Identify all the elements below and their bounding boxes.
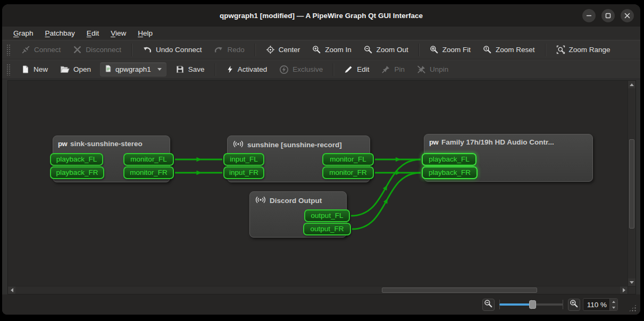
zoom-slider[interactable] — [499, 299, 563, 310]
zoom-range-button[interactable]: Zoom Range — [551, 43, 616, 57]
open-folder-icon — [60, 65, 70, 74]
pin-button[interactable]: Pin — [376, 62, 410, 77]
toolbar-separator — [255, 44, 256, 56]
zoom-spinbox[interactable]: 110 % — [583, 298, 618, 311]
minimize-icon — [586, 13, 592, 19]
horizontal-scrollbar[interactable] — [8, 286, 628, 294]
zoom-value: 110 % — [583, 301, 609, 309]
toolbar-button-label: Zoom Fit — [442, 46, 471, 54]
toolbar-button-label: Connect — [34, 46, 61, 54]
vertical-scroll-thumb[interactable] — [629, 139, 634, 229]
connection-arrow-icon — [396, 171, 401, 175]
scroll-left-button[interactable] — [8, 286, 15, 294]
toolbar-drag-handle[interactable] — [6, 64, 11, 75]
port-playback_FR-in[interactable]: playback_FR — [50, 166, 104, 179]
window-title: qpwgraph1 [modified] — A PipeWire Graph … — [220, 12, 423, 20]
port-monitor_FR-out[interactable]: monitor_FR — [123, 166, 174, 179]
unpin-button[interactable]: Unpin — [412, 62, 454, 77]
open-button[interactable]: Open — [55, 62, 96, 77]
spinner — [609, 299, 617, 310]
port-playback_FL-in[interactable]: playback_FL — [422, 153, 476, 166]
horizontal-scroll-thumb[interactable] — [382, 288, 537, 293]
port-input_FL-in[interactable]: input_FL — [223, 153, 264, 166]
vertical-scrollbar[interactable] — [628, 81, 635, 286]
arrow-left-icon — [11, 288, 13, 292]
toolbar-button-label: Activated — [238, 65, 267, 73]
exclusive-button[interactable]: Exclusive — [274, 62, 328, 77]
slider-handle[interactable] — [529, 300, 536, 309]
toolbar-button-label: Zoom Out — [377, 46, 408, 54]
node-title: pwFamily 17h/19h HD Audio Contr... — [424, 134, 592, 146]
zoom-in-button[interactable]: Zoom In — [307, 43, 357, 57]
toolbar-button-label: Zoom Reset — [496, 46, 535, 54]
minimize-button[interactable] — [582, 9, 596, 22]
toolbar-button-label: Undo Connect — [156, 46, 202, 54]
zoom-in-icon — [570, 299, 579, 310]
node-title: sunshine [sunshine-record] — [228, 136, 370, 150]
port-monitor_FR-out[interactable]: monitor_FR — [322, 166, 374, 179]
close-button[interactable] — [621, 9, 634, 22]
scroll-up-button[interactable] — [628, 81, 635, 88]
port-output_FL-out[interactable]: output_FL — [304, 209, 350, 222]
graph-toolbar: ConnectDisconnectUndo ConnectRedoCenterZ… — [2, 40, 640, 60]
port-input_FR-in[interactable]: input_FR — [223, 166, 264, 179]
resize-grip[interactable] — [629, 304, 637, 312]
undo-connect-button[interactable]: Undo Connect — [137, 43, 207, 57]
titlebar[interactable]: qpwgraph1 [modified] — A PipeWire Graph … — [2, 4, 640, 27]
toolbar-button-label: Save — [188, 65, 205, 73]
scroll-right-button[interactable] — [620, 286, 628, 294]
port-playback_FR-in[interactable]: playback_FR — [422, 166, 478, 179]
center-icon — [266, 45, 275, 54]
menubar: GraphPatchbayEditViewHelp — [2, 27, 640, 40]
toolbar-button-label: Open — [73, 65, 91, 73]
zoom-in-button[interactable] — [568, 299, 580, 311]
toolbar-button-label: Center — [279, 46, 300, 54]
scroll-down-button[interactable] — [628, 278, 635, 286]
save-button[interactable]: Save — [170, 62, 210, 77]
spin-down-button[interactable] — [610, 305, 617, 310]
disconnect-button[interactable]: Disconnect — [68, 43, 127, 57]
menu-edit[interactable]: Edit — [82, 28, 104, 38]
port-playback_FL-in[interactable]: playback_FL — [50, 153, 103, 166]
toolbar-separator — [333, 63, 334, 76]
pipewire-icon: pw — [429, 138, 438, 146]
arrow-up-icon — [630, 83, 634, 86]
port-output_FR-out[interactable]: output_FR — [303, 223, 351, 235]
statusbar: 110 % — [2, 294, 640, 315]
activated-button[interactable]: Activated — [221, 62, 273, 77]
toolbar-drag-handle[interactable] — [6, 44, 11, 56]
zoom-reset-button[interactable]: Zoom Reset — [478, 43, 540, 57]
arrow-down-icon — [612, 307, 615, 309]
edit-button[interactable]: Edit — [339, 62, 374, 77]
graph-canvas[interactable]: pwsink-sunshine-stereoplayback_FLplaybac… — [8, 81, 628, 286]
spin-up-button[interactable] — [610, 299, 617, 305]
zoom-in-icon — [312, 45, 321, 54]
zoom-range-icon — [556, 45, 565, 54]
center-button[interactable]: Center — [261, 43, 306, 57]
menu-patchbay[interactable]: Patchbay — [40, 28, 80, 38]
zoom-out-icon — [484, 299, 493, 310]
maximize-button[interactable] — [601, 9, 615, 22]
connect-button[interactable]: Connect — [16, 43, 66, 57]
menu-view[interactable]: View — [106, 28, 131, 38]
connection-arrow-icon — [197, 171, 202, 175]
patchbay-selector[interactable]: qpwgraph1 — [100, 62, 166, 77]
arrow-down-icon — [630, 281, 634, 284]
port-monitor_FL-out[interactable]: monitor_FL — [123, 153, 174, 166]
graph-canvas-frame: pwsink-sunshine-stereoplayback_FLplaybac… — [7, 80, 636, 294]
zoom-fit-button[interactable]: Zoom Fit — [424, 43, 476, 57]
zoom-out-button[interactable]: Zoom Out — [358, 43, 414, 57]
toolbar-button-label: Edit — [357, 65, 369, 73]
connections-layer — [8, 81, 628, 286]
new-button[interactable]: New — [16, 62, 53, 77]
port-monitor_FL-out[interactable]: monitor_FL — [322, 153, 374, 166]
pipewire-icon: pw — [58, 140, 67, 148]
toolbar-separator — [131, 44, 132, 56]
patchbay-toolbar: NewOpenqpwgraph1SaveActivatedExclusiveEd… — [2, 60, 640, 79]
connection-arrow-icon — [383, 197, 390, 204]
menu-help[interactable]: Help — [133, 28, 157, 38]
toolbar-button-label: Zoom In — [325, 46, 352, 54]
menu-graph[interactable]: Graph — [9, 28, 38, 38]
redo-button[interactable]: Redo — [208, 43, 249, 57]
zoom-out-button[interactable] — [482, 299, 495, 311]
